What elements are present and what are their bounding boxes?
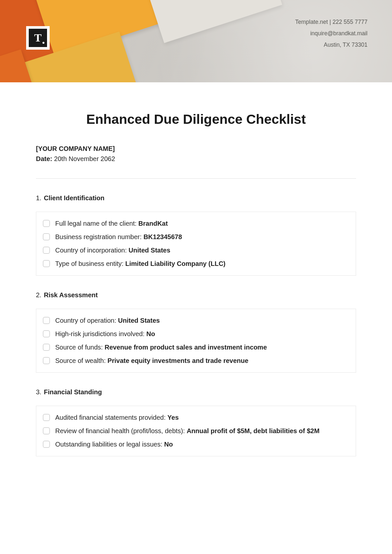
check-label: Country of operation: — [55, 317, 118, 324]
checkbox-icon[interactable] — [43, 220, 50, 227]
list-item: Outstanding liabilities or legal issues:… — [43, 439, 349, 449]
logo-inner: T — [29, 29, 47, 47]
check-label: Source of funds: — [55, 344, 105, 351]
check-label: Business registration number: — [55, 233, 143, 240]
list-item: Audited financial statements provided: Y… — [43, 413, 349, 423]
check-label: Full legal name of the client: — [55, 220, 139, 227]
list-item: Country of operation: United States — [43, 316, 349, 326]
check-value: BK12345678 — [143, 233, 182, 240]
contact-block: Template.net | 222 555 7777 inquire@bran… — [295, 16, 368, 51]
check-value: Revenue from product sales and investmen… — [105, 344, 267, 351]
check-value: No — [164, 441, 173, 448]
section-name: Financial Standing — [44, 388, 102, 396]
company-name: [YOUR COMPANY NAME] — [36, 145, 356, 153]
check-text: Review of financial health (profit/loss,… — [55, 426, 349, 436]
section-name: Risk Assessment — [44, 291, 98, 299]
checkbox-icon[interactable] — [43, 330, 50, 337]
logo-dot-icon — [42, 42, 44, 44]
check-value: Annual profit of $5M, debt liabilities o… — [187, 427, 319, 434]
logo: T — [26, 26, 50, 50]
checkbox-icon[interactable] — [43, 427, 50, 434]
list-item: Business registration number: BK12345678 — [43, 232, 349, 242]
decor-shape — [136, 0, 282, 43]
contact-line: inquire@brandkat.mail — [295, 28, 368, 39]
list-item: Full legal name of the client: BrandKat — [43, 219, 349, 229]
check-label: Audited financial statements provided: — [55, 414, 168, 421]
check-label: High-risk jurisdictions involved: — [55, 330, 146, 337]
list-item: Source of wealth: Private equity investm… — [43, 356, 349, 366]
check-text: Source of funds: Revenue from product sa… — [55, 342, 349, 352]
date-value: 20th November 2062 — [54, 155, 115, 162]
list-item: Review of financial health (profit/loss,… — [43, 426, 349, 436]
check-label: Type of business entity: — [55, 260, 125, 267]
contact-line: Austin, TX 73301 — [295, 39, 368, 51]
check-value: Private equity investments and trade rev… — [107, 357, 248, 364]
checkbox-icon[interactable] — [43, 317, 50, 324]
section-number: 3. — [36, 388, 41, 396]
check-text: Full legal name of the client: BrandKat — [55, 219, 349, 229]
list-item: Country of incorporation: United States — [43, 245, 349, 255]
check-text: High-risk jurisdictions involved: No — [55, 329, 349, 339]
check-value: United States — [118, 317, 160, 324]
checklist-box: Full legal name of the client: BrandKatB… — [36, 212, 356, 276]
check-value: Limited Liability Company (LLC) — [125, 260, 226, 267]
check-text: Country of incorporation: United States — [55, 245, 349, 255]
check-text: Type of business entity: Limited Liabili… — [55, 259, 349, 269]
checkbox-icon[interactable] — [43, 441, 50, 448]
section-heading: 2. Risk Assessment — [36, 291, 356, 299]
check-value: Yes — [168, 414, 179, 421]
check-text: Source of wealth: Private equity investm… — [55, 356, 349, 366]
check-value: United States — [129, 247, 171, 254]
check-text: Outstanding liabilities or legal issues:… — [55, 439, 349, 449]
checkbox-icon[interactable] — [43, 247, 50, 254]
date-line: Date: 20th November 2062 — [36, 155, 356, 163]
check-text: Country of operation: United States — [55, 316, 349, 326]
section-heading: 3. Financial Standing — [36, 388, 356, 396]
document-content: Enhanced Due Diligence Checklist [YOUR C… — [0, 82, 392, 456]
section-heading: 1. Client Identification — [36, 194, 356, 202]
check-text: Business registration number: BK12345678 — [55, 232, 349, 242]
section-number: 1. — [36, 194, 41, 202]
checkbox-icon[interactable] — [43, 260, 50, 267]
check-value: BrandKat — [139, 220, 168, 227]
check-label: Source of wealth: — [55, 357, 107, 364]
list-item: High-risk jurisdictions involved: No — [43, 329, 349, 339]
checkbox-icon[interactable] — [43, 357, 50, 364]
checkbox-icon[interactable] — [43, 414, 50, 421]
check-label: Country of incorporation: — [55, 247, 129, 254]
checklist-box: Country of operation: United StatesHigh-… — [36, 309, 356, 373]
checkbox-icon[interactable] — [43, 233, 50, 240]
section-name: Client Identification — [44, 194, 105, 202]
company-name-text: [YOUR COMPANY NAME] — [36, 145, 115, 152]
check-label: Outstanding liabilities or legal issues: — [55, 441, 164, 448]
checklist-box: Audited financial statements provided: Y… — [36, 406, 356, 456]
logo-letter: T — [34, 32, 42, 43]
check-text: Audited financial statements provided: Y… — [55, 413, 349, 423]
checkbox-icon[interactable] — [43, 344, 50, 351]
check-value: No — [146, 330, 155, 337]
list-item: Source of funds: Revenue from product sa… — [43, 342, 349, 352]
header-banner: T Template.net | 222 555 7777 inquire@br… — [0, 0, 392, 82]
section-number: 2. — [36, 291, 41, 299]
list-item: Type of business entity: Limited Liabili… — [43, 259, 349, 269]
page-title: Enhanced Due Diligence Checklist — [36, 112, 356, 127]
divider — [36, 178, 356, 179]
date-label: Date: — [36, 155, 52, 162]
contact-line: Template.net | 222 555 7777 — [295, 16, 368, 28]
check-label: Review of financial health (profit/loss,… — [55, 427, 187, 434]
